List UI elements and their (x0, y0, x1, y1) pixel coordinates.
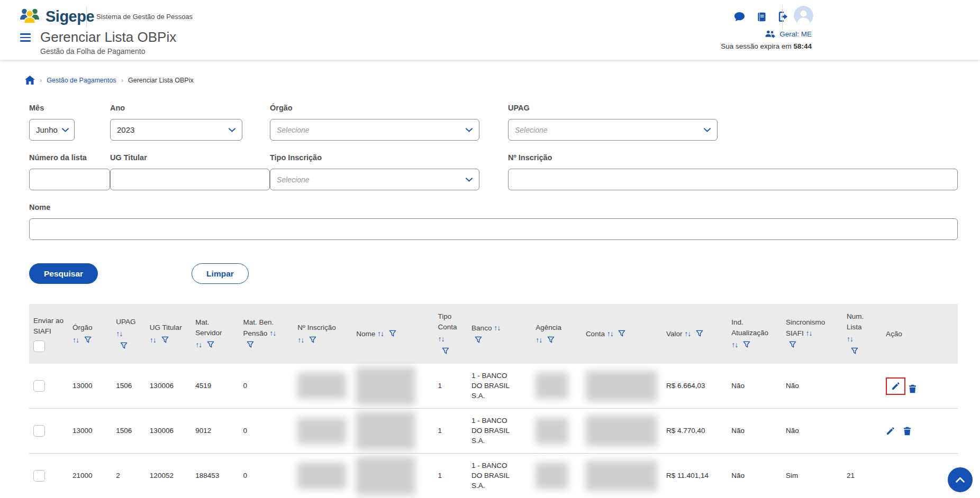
redacted-value (297, 373, 346, 399)
clear-button[interactable]: Limpar (192, 263, 249, 284)
scroll-top-button[interactable] (948, 467, 973, 492)
cell-conta (582, 409, 662, 454)
filter-icon[interactable] (789, 341, 796, 348)
col-nome: Nome ↑↓ (352, 304, 433, 364)
filter-icon[interactable] (475, 336, 482, 344)
sort-icon[interactable]: ↑↓ (806, 329, 812, 337)
mes-select[interactable]: Junho (29, 119, 75, 141)
cell-agencia (531, 409, 582, 454)
col-upag: UPAG↑↓ (112, 304, 146, 364)
redacted-value (297, 418, 346, 444)
cell-banco: 1 - BANCO DO BRASIL S.A. (467, 454, 531, 498)
sort-icon[interactable]: ↑↓ (195, 340, 202, 349)
logo-wordmark: Sigepe (46, 8, 94, 25)
filter-icon[interactable] (618, 330, 625, 337)
cell-enviar-siafi (29, 454, 68, 498)
sort-icon[interactable]: ↑↓ (116, 329, 122, 338)
chevron-down-icon (704, 128, 711, 132)
sort-icon[interactable]: ↑↓ (72, 336, 79, 344)
column-label: Conta (586, 330, 605, 338)
cell-valor: R$ 11.401,14 (662, 454, 727, 498)
cell-enviar-siafi (29, 409, 68, 454)
filter-icon[interactable] (84, 336, 92, 344)
header-divider (782, 5, 783, 29)
orgao-select[interactable]: Selecione (270, 119, 479, 141)
orgao-placeholder: Selecione (277, 126, 310, 134)
cell-orgao: 13000 (68, 409, 112, 454)
cell-enviar-siafi (29, 364, 68, 409)
sort-icon[interactable]: ↑↓ (536, 336, 542, 344)
filter-icon[interactable] (247, 341, 254, 348)
delete-icon[interactable] (903, 427, 911, 436)
profile-selector[interactable]: Geral: ME (765, 30, 812, 39)
filter-icon[interactable] (389, 330, 396, 337)
sort-icon[interactable]: ↑↓ (269, 329, 276, 337)
row-checkbox[interactable] (33, 425, 45, 437)
ano-select[interactable]: 2023 (110, 119, 242, 141)
numero-lista-input[interactable] (29, 169, 110, 190)
results-table: Enviar ao SIAFIÓrgão↑↓ UPAG↑↓UG Titular↑… (29, 304, 958, 498)
upag-select[interactable]: Selecione (508, 119, 718, 141)
sort-icon[interactable]: ↑↓ (150, 336, 156, 344)
orgao-label: Órgão (270, 104, 508, 112)
sort-icon[interactable]: ↑↓ (494, 324, 500, 332)
sort-icon[interactable]: ↑↓ (731, 340, 738, 349)
ug-titular-label: UG Titular (110, 153, 270, 162)
tipo-inscricao-placeholder: Selecione (277, 176, 310, 184)
logout-icon[interactable] (777, 11, 790, 23)
col-sincronismo_siafi: Sincronismo SIAFI ↑↓ (782, 304, 842, 364)
delete-icon[interactable] (909, 384, 917, 393)
cell-acao (882, 409, 958, 454)
row-checkbox[interactable] (33, 380, 45, 392)
filter-icon[interactable] (442, 347, 449, 355)
sigepe-logo[interactable]: Sigepe (19, 7, 94, 26)
field-n-inscricao: Nº Inscrição (508, 153, 958, 190)
app-header: Sigepe Sistema de Gestão de Pessoas Gere… (0, 0, 980, 60)
chat-icon[interactable] (733, 11, 746, 23)
cell-tipo_conta: 1 (433, 364, 467, 409)
n-inscricao-input[interactable] (508, 169, 958, 190)
tipo-inscricao-select[interactable]: Selecione (270, 169, 479, 190)
home-icon[interactable] (25, 76, 35, 85)
sort-icon[interactable]: ↑↓ (377, 329, 384, 338)
avatar[interactable] (794, 6, 813, 25)
filter-icon[interactable] (851, 347, 858, 355)
cell-orgao: 13000 (68, 364, 112, 409)
filter-icon[interactable] (547, 336, 555, 344)
table-row: 1300015061300064519011 - BANCO DO BRASIL… (29, 364, 958, 409)
filter-form: Mês Junho Ano 2023 Órgão Selecione UPAG … (29, 104, 958, 240)
filter-icon[interactable] (120, 342, 128, 349)
sort-icon[interactable]: ↑↓ (438, 335, 444, 343)
sort-icon[interactable]: ↑↓ (684, 329, 691, 338)
cell-n_inscricao (293, 364, 352, 409)
sort-icon[interactable]: ↑↓ (297, 336, 304, 344)
select-all-checkbox[interactable] (33, 340, 45, 352)
redacted-value (356, 367, 415, 405)
cell-n_inscricao (293, 409, 352, 454)
search-button[interactable]: Pesquisar (29, 263, 98, 284)
filter-icon[interactable] (696, 330, 703, 337)
row-checkbox[interactable] (33, 470, 45, 482)
ug-titular-input[interactable] (110, 169, 270, 190)
redacted-value (536, 463, 568, 489)
sort-icon[interactable]: ↑↓ (847, 335, 853, 343)
filter-icon[interactable] (743, 341, 750, 348)
edit-icon[interactable] (891, 382, 900, 391)
col-orgao: Órgão↑↓ (68, 304, 112, 364)
sort-icon[interactable]: ↑↓ (607, 329, 613, 338)
header-divider (86, 6, 87, 27)
column-label: Valor (666, 330, 683, 338)
filter-icon[interactable] (309, 336, 316, 344)
menu-icon[interactable] (20, 33, 31, 44)
edit-icon[interactable] (886, 427, 895, 436)
cell-mat_ben_pensao: 0 (239, 454, 294, 498)
nome-input[interactable] (29, 218, 958, 240)
results-table-wrapper: Enviar ao SIAFIÓrgão↑↓ UPAG↑↓UG Titular↑… (29, 304, 958, 498)
manual-icon[interactable] (756, 11, 767, 23)
column-label: Nome (356, 330, 375, 338)
filter-icon[interactable] (161, 336, 169, 344)
breadcrumb-link-gestao-pagamentos[interactable]: Gestão de Pagamentos (47, 77, 116, 84)
column-label: Num. Lista (847, 312, 864, 331)
filter-icon[interactable] (207, 341, 214, 348)
col-acao: Ação (882, 304, 958, 364)
